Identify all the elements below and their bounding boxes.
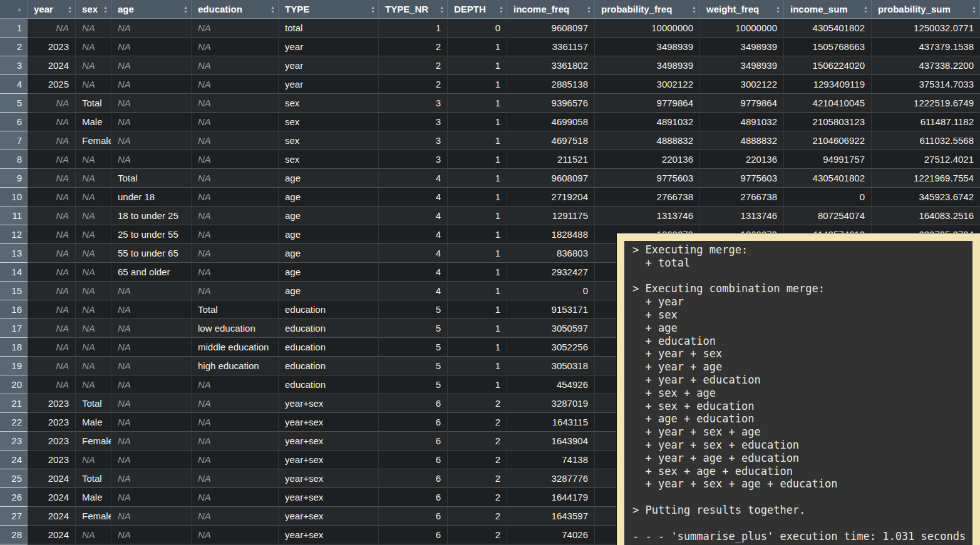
- cell: 1644179: [507, 488, 595, 507]
- cell: 6: [379, 413, 448, 432]
- column-header-depth[interactable]: DEPTH▲▼: [448, 0, 507, 19]
- cell: 1: [448, 206, 507, 225]
- cell: 2023: [28, 413, 76, 432]
- cell: under 18: [111, 188, 192, 206]
- cell: 1: [448, 188, 507, 206]
- table-row: 7NAFemaleNANAsex314697518488883248888322…: [0, 131, 980, 150]
- console-panel: > Executing merge: + total > Executing c…: [617, 233, 980, 545]
- cell: low education: [192, 319, 279, 338]
- cell: NA: [192, 56, 279, 75]
- cell: 2105803123: [784, 113, 872, 131]
- row-number: 7: [0, 131, 28, 150]
- cell: sex: [279, 150, 379, 169]
- cell: NA: [28, 282, 76, 300]
- row-index-header[interactable]: ▲: [0, 0, 28, 19]
- cell: Female: [76, 131, 111, 150]
- table-row: 8NANANANAsex3121152122013622013694991757…: [0, 150, 980, 169]
- cell: 2024: [28, 488, 76, 507]
- column-label: weight_freq: [706, 4, 759, 14]
- sort-arrows-icon: ▲▼: [271, 5, 275, 14]
- sort-arrows-icon: ▲▼: [692, 5, 696, 14]
- column-header-type[interactable]: TYPE▲▼: [279, 0, 379, 19]
- cell: 0: [507, 282, 595, 300]
- cell: NA: [76, 75, 111, 94]
- column-header-education[interactable]: education▲▼: [192, 0, 279, 19]
- cell: NA: [111, 150, 192, 169]
- table-row: 11NANA18 to under 25NAage411291175131374…: [0, 206, 980, 225]
- cell: 2023: [28, 394, 76, 413]
- cell: year+sex: [279, 469, 379, 488]
- cell: 3287019: [507, 394, 595, 413]
- cell: 1: [448, 338, 507, 357]
- row-number: 2: [0, 38, 28, 56]
- cell: 9779864: [700, 94, 784, 113]
- cell: NA: [192, 507, 279, 526]
- cell: NA: [192, 526, 279, 544]
- cell: Female: [76, 507, 111, 526]
- column-header-weight_freq[interactable]: weight_freq▲▼: [700, 0, 784, 19]
- header-row: ▲year▲▼sex▲▼age▲▼education▲▼TYPE▲▼TYPE_N…: [0, 0, 980, 19]
- cell: 1: [448, 75, 507, 94]
- sort-arrows-icon: ▲▼: [776, 5, 780, 14]
- cell: 3050597: [507, 319, 595, 338]
- column-header-probability_sum[interactable]: probability_sum▲▼: [872, 0, 980, 19]
- cell: NA: [111, 131, 192, 150]
- cell: NA: [192, 169, 279, 188]
- cell: age: [279, 188, 379, 206]
- cell: year+sex: [279, 526, 379, 544]
- cell: 0: [784, 188, 872, 206]
- sort-arrows-icon: ▲▼: [183, 5, 188, 14]
- cell: NA: [192, 469, 279, 488]
- cell: 2: [448, 469, 507, 488]
- cell: 4888832: [595, 131, 700, 150]
- row-number: 25: [0, 469, 28, 488]
- cell: 1: [448, 113, 507, 131]
- cell: NA: [76, 188, 111, 206]
- column-header-type_nr[interactable]: TYPE_NR▲▼: [379, 0, 448, 19]
- cell: NA: [192, 413, 279, 432]
- cell: 437338.2200: [872, 56, 980, 75]
- cell: 2: [448, 507, 507, 526]
- cell: 2023: [28, 451, 76, 469]
- cell: NA: [76, 56, 111, 75]
- cell: education: [279, 319, 379, 338]
- cell: 1313746: [595, 206, 700, 225]
- cell: year+sex: [279, 451, 379, 469]
- column-label: TYPE_NR: [385, 4, 428, 14]
- cell: NA: [28, 357, 76, 375]
- cell: 1: [448, 319, 507, 338]
- cell: 5: [379, 300, 448, 319]
- sort-arrows-icon: ▲▼: [68, 5, 72, 14]
- cell: 1313746: [700, 206, 784, 225]
- column-header-year[interactable]: year▲▼: [28, 0, 76, 19]
- cell: Male: [76, 113, 111, 131]
- row-number: 13: [0, 244, 28, 263]
- cell: NA: [111, 300, 192, 319]
- cell: 220136: [700, 150, 784, 169]
- column-header-age[interactable]: age▲▼: [111, 0, 192, 19]
- cell: NA: [76, 19, 111, 38]
- cell: 4891032: [595, 113, 700, 131]
- cell: 3052256: [507, 338, 595, 357]
- cell: NA: [192, 188, 279, 206]
- cell: 611032.5568: [872, 131, 980, 150]
- cell: NA: [192, 113, 279, 131]
- cell: 10000000: [700, 19, 784, 38]
- cell: 437379.1538: [872, 38, 980, 56]
- column-label: DEPTH: [454, 4, 486, 14]
- cell: 6: [379, 526, 448, 544]
- row-number: 17: [0, 319, 28, 338]
- cell: NA: [192, 150, 279, 169]
- column-header-income_sum[interactable]: income_sum▲▼: [784, 0, 872, 19]
- cell: 3: [379, 150, 448, 169]
- row-number: 22: [0, 413, 28, 432]
- cell: NA: [76, 206, 111, 225]
- column-header-sex[interactable]: sex▲▼: [76, 0, 111, 19]
- row-number: 14: [0, 263, 28, 282]
- column-label: education: [198, 4, 242, 14]
- column-header-probability_freq[interactable]: probability_freq▲▼: [595, 0, 700, 19]
- data-frame-viewer: ▲year▲▼sex▲▼age▲▼education▲▼TYPE▲▼TYPE_N…: [0, 0, 980, 545]
- cell: 5: [379, 357, 448, 375]
- column-header-income_freq[interactable]: income_freq▲▼: [507, 0, 595, 19]
- cell: 836803: [507, 244, 595, 263]
